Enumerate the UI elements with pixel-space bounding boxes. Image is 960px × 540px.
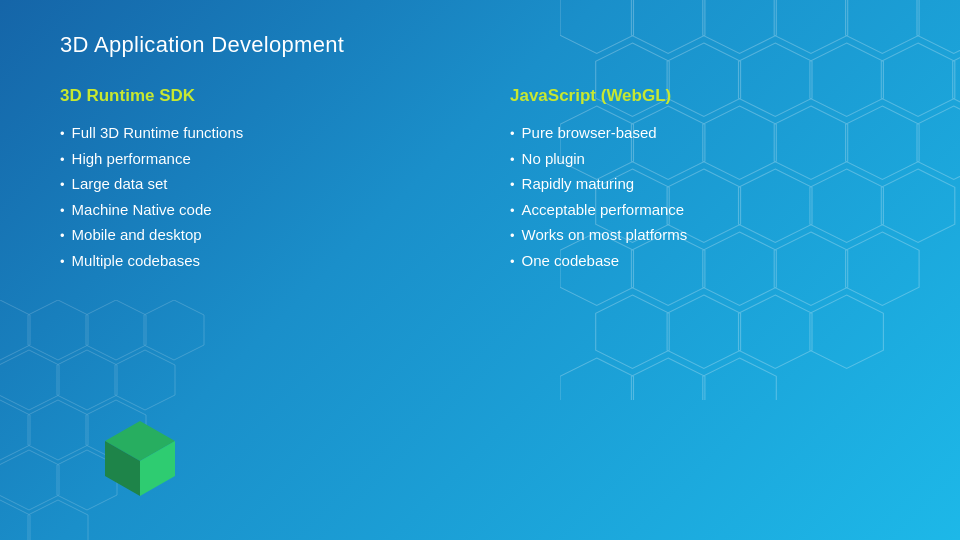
bullet-dot: • <box>60 123 65 145</box>
sdk-column: 3D Runtime SDK •Full 3D Runtime function… <box>60 86 450 273</box>
list-item: •High performance <box>60 146 450 172</box>
bullet-dot: • <box>510 149 515 171</box>
list-item: •Full 3D Runtime functions <box>60 120 450 146</box>
list-item: •Pure browser-based <box>510 120 900 146</box>
list-item: •Machine Native code <box>60 197 450 223</box>
cube-decoration <box>100 416 180 510</box>
sdk-bullet-list: •Full 3D Runtime functions •High perform… <box>60 120 450 273</box>
page-title: 3D Application Development <box>60 32 900 58</box>
bullet-dot: • <box>510 200 515 222</box>
bullet-dot: • <box>60 251 65 273</box>
list-item: •Mobile and desktop <box>60 222 450 248</box>
bullet-dot: • <box>510 174 515 196</box>
bullet-dot: • <box>60 225 65 247</box>
bullet-dot: • <box>510 225 515 247</box>
bullet-dot: • <box>510 123 515 145</box>
list-item: •Multiple codebases <box>60 248 450 274</box>
list-item: •One codebase <box>510 248 900 274</box>
list-item: •Works on most platforms <box>510 222 900 248</box>
webgl-column-title: JavaScript (WebGL) <box>510 86 900 106</box>
webgl-column: JavaScript (WebGL) •Pure browser-based •… <box>510 86 900 273</box>
webgl-bullet-list: •Pure browser-based •No plugin •Rapidly … <box>510 120 900 273</box>
list-item: •No plugin <box>510 146 900 172</box>
sdk-column-title: 3D Runtime SDK <box>60 86 450 106</box>
bullet-dot: • <box>510 251 515 273</box>
list-item: •Rapidly maturing <box>510 171 900 197</box>
bullet-dot: • <box>60 149 65 171</box>
list-item: •Large data set <box>60 171 450 197</box>
bullet-dot: • <box>60 174 65 196</box>
bullet-dot: • <box>60 200 65 222</box>
columns-container: 3D Runtime SDK •Full 3D Runtime function… <box>60 86 900 273</box>
list-item: •Acceptable performance <box>510 197 900 223</box>
